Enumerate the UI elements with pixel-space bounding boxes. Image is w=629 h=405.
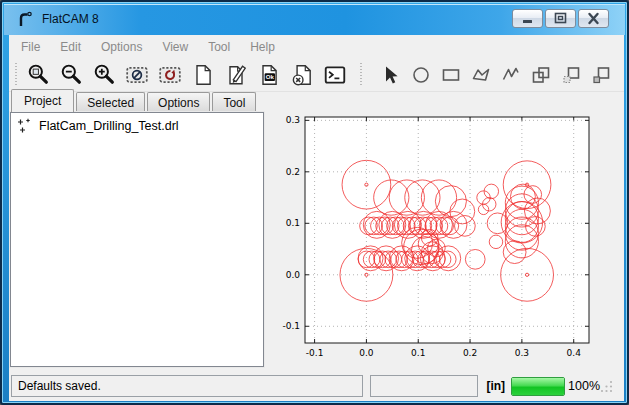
tab-tool[interactable]: Tool — [212, 92, 256, 112]
select-button[interactable] — [376, 61, 406, 89]
replot-button[interactable] — [153, 61, 186, 89]
maximize-icon — [551, 11, 570, 26]
zoom-fit-button[interactable] — [21, 61, 54, 89]
delete-file-button[interactable] — [285, 61, 318, 89]
rectangle-icon — [440, 64, 462, 86]
shell-icon — [323, 63, 347, 87]
clear-plot-button[interactable] — [120, 61, 153, 89]
circle-icon — [410, 64, 432, 86]
menu-file[interactable]: File — [11, 37, 50, 57]
svg-text:-0.1: -0.1 — [282, 321, 300, 331]
project-tree[interactable]: FlatCam_Drilling_Test.drl — [10, 112, 264, 367]
svg-text:0.4: 0.4 — [567, 348, 582, 358]
status-bar: Defaults saved. [in] 100% — [9, 371, 624, 401]
progress-bar — [511, 377, 565, 396]
app-icon — [16, 10, 35, 29]
menu-edit[interactable]: Edit — [50, 37, 91, 57]
new-file-icon — [191, 63, 215, 87]
draw-rectangle-button[interactable] — [436, 61, 466, 89]
replot-icon — [158, 63, 182, 87]
tree-item-label: FlatCam_Drilling_Test.drl — [39, 119, 179, 133]
clear-plot-icon — [125, 63, 149, 87]
draw-polyline-button[interactable] — [496, 61, 526, 89]
menu-help[interactable]: Help — [240, 37, 285, 57]
status-message: Defaults saved. — [18, 379, 101, 393]
svg-text:0.1: 0.1 — [286, 218, 300, 228]
svg-text:0.2: 0.2 — [286, 167, 300, 177]
progress-percent: 100% — [568, 379, 600, 393]
subtract-button[interactable] — [556, 61, 586, 89]
menu-tool[interactable]: Tool — [198, 37, 240, 57]
svg-text:0.0: 0.0 — [359, 348, 374, 358]
tab-project[interactable]: Project — [11, 89, 74, 112]
zoom-out-icon — [59, 63, 83, 87]
units-label: [in] — [486, 379, 505, 393]
app-window: FlatCAM 8 File Ed — [0, 0, 629, 405]
polygon-icon — [470, 64, 492, 86]
svg-text:0.2: 0.2 — [463, 348, 477, 358]
menu-view[interactable]: View — [152, 37, 198, 57]
zoom-in-button[interactable] — [87, 61, 120, 89]
edit-file-button[interactable] — [219, 61, 252, 89]
close-icon — [584, 11, 603, 26]
status-field-2 — [370, 375, 479, 397]
minimize-icon — [518, 12, 537, 25]
draw-polygon-button[interactable] — [466, 61, 496, 89]
svg-text:Ok: Ok — [265, 73, 274, 80]
plot-canvas[interactable]: -0.10.00.10.20.30.4-0.10.00.10.20.3 — [272, 102, 620, 366]
subtract-icon — [560, 64, 582, 86]
minimize-button[interactable] — [512, 9, 543, 28]
window-controls — [512, 9, 609, 28]
edit-file-icon — [224, 63, 248, 87]
svg-text:0.3: 0.3 — [286, 115, 300, 125]
toolbar: Ok — [9, 58, 624, 92]
draw-circle-button[interactable] — [406, 61, 436, 89]
tab-options[interactable]: Options — [147, 92, 210, 112]
ok-file-button[interactable]: Ok — [252, 61, 285, 89]
title-bar[interactable]: FlatCAM 8 — [4, 4, 625, 35]
delete-file-icon — [290, 63, 314, 87]
union-icon — [530, 64, 552, 86]
svg-text:0.0: 0.0 — [286, 270, 301, 280]
tab-bar: Project Selected Options Tool — [11, 91, 258, 112]
cut-button[interactable] — [586, 61, 616, 89]
resize-grip-icon[interactable] — [600, 379, 614, 393]
toolbar-handle[interactable] — [14, 63, 18, 87]
tree-item-drill-file[interactable]: FlatCam_Drilling_Test.drl — [11, 113, 263, 134]
close-button[interactable] — [578, 9, 609, 28]
new-file-button[interactable] — [186, 61, 219, 89]
progress-fill — [512, 378, 564, 395]
menu-bar: File Edit Options View Tool Help — [9, 35, 624, 58]
select-arrow-icon — [380, 64, 402, 86]
toolbar-handle-2[interactable] — [359, 63, 363, 87]
svg-text:0.3: 0.3 — [515, 348, 529, 358]
status-message-panel: Defaults saved. — [11, 375, 363, 397]
maximize-button[interactable] — [545, 9, 576, 28]
tab-selected[interactable]: Selected — [76, 92, 145, 112]
polyline-icon — [500, 64, 522, 86]
svg-text:0.1: 0.1 — [411, 348, 425, 358]
svg-text:-0.1: -0.1 — [306, 348, 324, 358]
window-title: FlatCAM 8 — [42, 12, 99, 26]
drill-plot[interactable]: -0.10.00.10.20.30.4-0.10.00.10.20.3 — [272, 102, 620, 366]
menu-options[interactable]: Options — [91, 37, 152, 57]
drill-marks-icon — [17, 118, 33, 134]
client-area: File Edit Options View Tool Help — [9, 35, 624, 401]
shell-button[interactable] — [318, 61, 351, 89]
zoom-out-button[interactable] — [54, 61, 87, 89]
cut-icon — [590, 64, 612, 86]
ok-file-icon: Ok — [257, 63, 281, 87]
geometry-toolbar — [376, 61, 616, 89]
union-button[interactable] — [526, 61, 556, 89]
zoom-fit-icon — [26, 63, 50, 87]
zoom-in-icon — [92, 63, 116, 87]
